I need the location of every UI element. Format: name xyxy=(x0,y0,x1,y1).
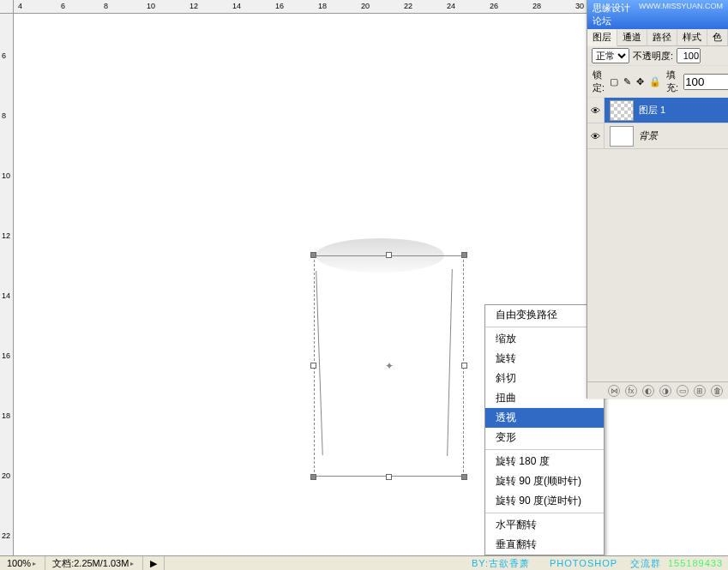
menu-rotate-90-cw[interactable]: 旋转 90 度(顺时针) xyxy=(485,471,604,491)
menu-separator xyxy=(485,449,604,450)
menu-perspective[interactable]: 透视 xyxy=(485,408,604,428)
status-bar: 100%▸ 文档:2.25M/1.03M ▸ ▶ BY:古欲香萧 PHOTOSH… xyxy=(0,555,728,570)
layer-name[interactable]: 图层 1 xyxy=(639,104,728,117)
ruler-corner xyxy=(0,0,14,14)
tab-channels[interactable]: 通道 xyxy=(617,29,647,45)
transform-handle-tm[interactable] xyxy=(386,252,392,258)
tab-layers[interactable]: 图层 xyxy=(587,29,617,46)
lock-fill-row: 锁定: ▢ ✎ ✥ 🔒 填充: xyxy=(587,66,728,98)
menu-rotate-180[interactable]: 旋转 180 度 xyxy=(485,452,604,471)
tab-styles[interactable]: 样式 xyxy=(677,29,707,45)
layer-thumbnail[interactable] xyxy=(610,126,634,147)
visibility-toggle[interactable]: 👁 xyxy=(587,98,605,123)
lock-paint-icon[interactable]: ✎ xyxy=(623,76,631,87)
visibility-toggle[interactable]: 👁 xyxy=(587,123,605,148)
lock-transparency-icon[interactable]: ▢ xyxy=(610,76,618,87)
transform-handle-br[interactable] xyxy=(461,474,467,480)
transform-bounding-box[interactable]: ✦ xyxy=(314,255,464,477)
layers-panel: 思缘设计论坛 WWW.MISSYUAN.COM 图层 通道 路径 样式 色 正常… xyxy=(587,0,728,399)
zoom-level[interactable]: 100%▸ xyxy=(0,556,45,570)
panel-site-text: WWW.MISSYUAN.COM xyxy=(639,2,723,27)
credit-text: BY:古欲香萧 PHOTOSHOP 交流群 155189433 xyxy=(466,557,728,570)
menu-rotate-90-ccw[interactable]: 旋转 90 度(逆时针) xyxy=(485,491,604,511)
layer-row-1[interactable]: 👁 图层 1 xyxy=(587,98,728,123)
lock-position-icon[interactable]: ✥ xyxy=(636,76,644,87)
panel-title-bar[interactable]: 思缘设计论坛 WWW.MISSYUAN.COM xyxy=(587,0,728,29)
lock-all-icon[interactable]: 🔒 xyxy=(649,76,661,87)
fx-icon[interactable]: fx xyxy=(625,385,637,397)
panel-title-text: 思缘设计论坛 xyxy=(593,2,639,27)
transform-handle-ml[interactable] xyxy=(310,363,316,369)
new-layer-icon[interactable]: ⊞ xyxy=(694,385,706,397)
opacity-input[interactable] xyxy=(677,48,701,63)
lock-label: 锁定: xyxy=(593,69,605,94)
menu-separator xyxy=(485,513,604,513)
layer-thumbnail[interactable] xyxy=(610,100,634,121)
tab-colors[interactable]: 色 xyxy=(707,29,728,45)
doc-size[interactable]: 文档:2.25M/1.03M ▸ xyxy=(45,556,143,570)
tab-paths[interactable]: 路径 xyxy=(647,29,677,45)
fill-input[interactable] xyxy=(683,74,728,90)
transform-handle-tl[interactable] xyxy=(310,252,316,258)
layer-row-background[interactable]: 👁 背景 xyxy=(587,123,728,149)
mask-icon[interactable]: ◐ xyxy=(642,385,654,397)
status-play-icon[interactable]: ▶ xyxy=(143,556,165,570)
transform-handle-tr[interactable] xyxy=(461,252,467,258)
ruler-vertical: 6 8 10 12 14 16 18 20 22 xyxy=(0,14,14,555)
transform-handle-bm[interactable] xyxy=(386,474,392,480)
panel-tabs: 图层 通道 路径 样式 色 xyxy=(587,29,728,46)
group-icon[interactable]: ▭ xyxy=(677,385,689,397)
menu-warp[interactable]: 变形 xyxy=(485,428,604,447)
layer-name[interactable]: 背景 xyxy=(639,129,728,142)
adjustment-icon[interactable]: ◑ xyxy=(659,385,671,397)
link-layers-icon[interactable]: ⋈ xyxy=(608,385,620,397)
opacity-label: 不透明度: xyxy=(633,50,673,63)
transform-center-icon[interactable]: ✦ xyxy=(384,361,394,371)
transform-handle-bl[interactable] xyxy=(310,474,316,480)
menu-flip-horizontal[interactable]: 水平翻转 xyxy=(485,515,604,535)
panel-bottom-bar: ⋈ fx ◐ ◑ ▭ ⊞ 🗑 xyxy=(587,381,728,399)
transform-handle-mr[interactable] xyxy=(461,363,467,369)
blend-mode-select[interactable]: 正常 xyxy=(592,48,629,63)
blend-opacity-row: 正常 不透明度: xyxy=(587,46,728,66)
trash-icon[interactable]: 🗑 xyxy=(711,385,723,397)
menu-flip-vertical[interactable]: 垂直翻转 xyxy=(485,535,604,555)
fill-label: 填充: xyxy=(666,69,678,94)
